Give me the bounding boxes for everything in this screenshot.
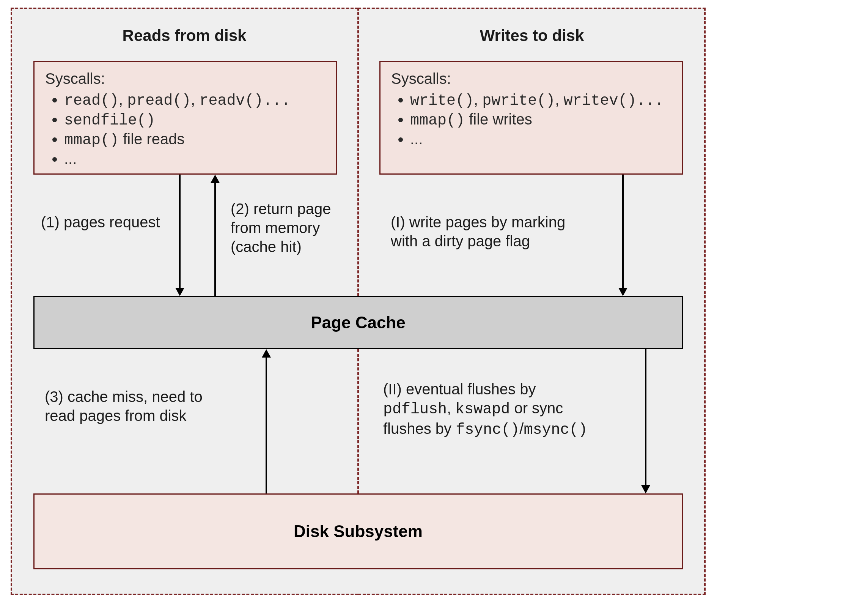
writes-syscalls-list: write(), pwrite(), writev()... mmap() fi… [410, 91, 671, 148]
annot-2: (2) return page from memory (cache hit) [231, 199, 356, 256]
reads-sys-item2: sendfile() [64, 111, 325, 129]
reads-syscalls-box: Syscalls: read(), pread(), readv()... se… [33, 61, 337, 175]
writes-syscalls-box: Syscalls: write(), pwrite(), writev()...… [379, 61, 683, 175]
annot-II: (II) eventual flushes by pdflush, kswapd… [383, 380, 634, 440]
arrow-I-head [618, 288, 627, 296]
code-readv: readv() [200, 92, 263, 109]
code-write: write() [410, 92, 474, 109]
arrow-1-head [175, 288, 184, 296]
annot-II-line3a: flushes by [383, 420, 456, 437]
code-read: read() [64, 92, 119, 109]
arrow-II-line [645, 349, 646, 485]
writes-sys-item1: write(), pwrite(), writev()... [410, 91, 671, 109]
annot-I: (I) write pages by marking with a dirty … [391, 213, 603, 251]
reads-title: Reads from disk [11, 27, 358, 45]
code-pdflush: pdflush [383, 401, 447, 418]
reads-sys-item3: mmap() file reads [64, 131, 325, 149]
panel-divider [357, 8, 359, 296]
arrow-II-head [641, 485, 650, 493]
code-pwrite: pwrite() [482, 92, 555, 109]
arrow-3-line [266, 358, 267, 493]
code-mmap-read: mmap() [64, 132, 119, 149]
annot-II-mid2: or sync [510, 400, 563, 416]
code-mmap-write: mmap() [410, 112, 465, 129]
mmap-write-tail: file writes [465, 111, 532, 128]
annot-II-sep1: , [447, 400, 455, 416]
arrow-2-head [211, 175, 220, 183]
writes-sys-item3: ... [410, 131, 671, 148]
arrow-2-line [214, 183, 216, 296]
annot-3: (3) cache miss, need to read pages from … [45, 387, 242, 425]
mmap-read-tail: file reads [119, 131, 184, 147]
annot-II-pre: (II) eventual flushes by [383, 381, 536, 397]
writes-sys-item2: mmap() file writes [410, 111, 671, 129]
disk-subsystem-box: Disk Subsystem [33, 493, 683, 569]
arrow-3-head [262, 349, 271, 358]
arrow-1-line [179, 175, 181, 288]
diagram-canvas: Reads from disk Writes to disk Syscalls:… [0, 0, 868, 602]
code-pread: pread() [127, 92, 191, 109]
reads-sys-item1: read(), pread(), readv()... [64, 91, 325, 109]
page-cache-box: Page Cache [33, 296, 683, 349]
code-fsync: fsync() [456, 421, 519, 438]
code-sendfile: sendfile() [64, 112, 155, 129]
reads-syscalls-label: Syscalls: [45, 70, 325, 87]
writes-syscalls-label: Syscalls: [391, 70, 671, 87]
writes-title: Writes to disk [358, 27, 706, 45]
arrow-I-line [622, 175, 624, 288]
code-writev: writev() [564, 92, 637, 109]
annot-II-slash: / [519, 420, 524, 437]
code-tail: ... [263, 92, 291, 109]
code-msync: msync() [524, 421, 587, 438]
reads-syscalls-list: read(), pread(), readv()... sendfile() m… [64, 91, 325, 167]
code-tail-w: ... [637, 92, 664, 109]
reads-sys-item4: ... [64, 150, 325, 167]
code-kswapd: kswapd [455, 401, 510, 418]
panel-divider-bottom [357, 349, 359, 493]
annot-1: (1) pages request [41, 213, 174, 232]
